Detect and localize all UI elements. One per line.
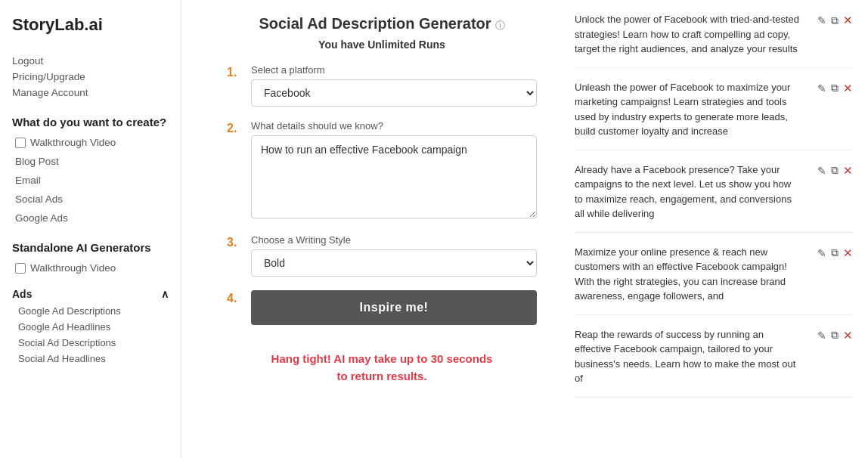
sidebar-item-blog-post[interactable]: Blog Post [12, 153, 169, 169]
step-number-2: 2. [227, 122, 242, 135]
result-text-4: Maximize your online presence & reach ne… [575, 245, 800, 304]
result-card-5: Reap the rewards of success by running a… [575, 327, 853, 398]
result-text-2: Unleash the power of Facebook to maximiz… [575, 80, 800, 139]
info-icon: ⓘ [495, 19, 505, 32]
sidebar-section-standalone: Standalone AI Generators [12, 241, 169, 254]
sidebar-ads-section: Ads ∧ Google Ad Descriptions Google Ad H… [12, 288, 169, 367]
copy-icon-4[interactable]: ⧉ [831, 246, 839, 259]
result-actions-3: ✎ ⧉ ✕ [808, 164, 853, 178]
result-card-2: Unleash the power of Facebook to maximiz… [575, 80, 853, 150]
close-icon-1[interactable]: ✕ [843, 14, 853, 27]
sidebar-social-ad-descriptions[interactable]: Social Ad Descriptions [12, 335, 169, 351]
close-icon-2[interactable]: ✕ [843, 82, 853, 95]
app-logo: StoryLab.ai [12, 15, 169, 35]
step-number-1: 1. [227, 66, 242, 79]
details-textarea[interactable]: How to run an effective Facebook campaig… [251, 135, 537, 218]
step-2-label: What details should we know? [251, 120, 537, 132]
form-panel: Social Ad Description Generator ⓘ You ha… [181, 0, 560, 458]
result-actions-4: ✎ ⧉ ✕ [808, 246, 853, 260]
sidebar-item-google-ads[interactable]: Google Ads [12, 210, 169, 226]
copy-icon-3[interactable]: ⧉ [831, 164, 839, 177]
edit-icon-3[interactable]: ✎ [817, 165, 826, 177]
sidebar-section-create: What do you want to create? [12, 116, 169, 128]
result-text-3: Already have a Facebook presence? Take y… [575, 162, 800, 221]
edit-icon-4[interactable]: ✎ [817, 247, 826, 259]
content-area: Social Ad Description Generator ⓘ You ha… [181, 0, 868, 458]
sidebar-nav: Logout Pricing/Upgrade Manage Account [12, 53, 169, 101]
sidebar-item-walkthrough-video-2[interactable]: Walkthrough Video [12, 260, 169, 276]
result-card-1: Unlock the power of Facebook with tried-… [575, 12, 853, 68]
step-number-4: 4. [227, 292, 242, 305]
edit-icon-2[interactable]: ✎ [817, 82, 826, 94]
edit-icon-5[interactable]: ✎ [817, 330, 826, 342]
form-step-2: 2. What details should we know? How to r… [227, 120, 537, 221]
sidebar-google-ad-headlines[interactable]: Google Ad Headlines [12, 319, 169, 335]
result-actions-5: ✎ ⧉ ✕ [808, 329, 853, 342]
step-2-content: What details should we know? How to run … [251, 120, 537, 221]
step-3-content: Choose a Writing Style Bold Casual Profe… [251, 234, 537, 277]
copy-icon-1[interactable]: ⧉ [831, 14, 839, 27]
step-number-3: 3. [227, 236, 242, 249]
results-panel: Unlock the power of Facebook with tried-… [560, 0, 868, 458]
sidebar-item-email[interactable]: Email [12, 172, 169, 188]
unlimited-runs-badge: You have Unlimited Runs [227, 39, 537, 51]
step-1-content: Select a platform Facebook Instagram Twi… [251, 64, 537, 107]
page-title: Social Ad Description Generator [259, 15, 491, 32]
sidebar-ads-header[interactable]: Ads ∧ [12, 288, 169, 300]
sidebar-item-social-ads[interactable]: Social Ads [12, 191, 169, 207]
copy-icon-2[interactable]: ⧉ [831, 82, 839, 94]
close-icon-4[interactable]: ✕ [843, 246, 853, 260]
sidebar-logout[interactable]: Logout [12, 53, 169, 69]
sidebar-google-ad-descriptions[interactable]: Google Ad Descriptions [12, 303, 169, 319]
step-1-label: Select a platform [251, 64, 537, 76]
checkbox-icon [15, 138, 26, 148]
step-3-label: Choose a Writing Style [251, 234, 537, 246]
platform-select[interactable]: Facebook Instagram Twitter LinkedIn Pint… [251, 79, 537, 107]
sidebar-pricing[interactable]: Pricing/Upgrade [12, 69, 169, 85]
checkbox-icon-2 [15, 263, 26, 274]
copy-icon-5[interactable]: ⧉ [831, 329, 839, 342]
form-step-3: 3. Choose a Writing Style Bold Casual Pr… [227, 234, 537, 277]
sidebar-social-ad-headlines[interactable]: Social Ad Headlines [12, 351, 169, 367]
sidebar-manage-account[interactable]: Manage Account [12, 85, 169, 101]
result-card-3: Already have a Facebook presence? Take y… [575, 162, 853, 233]
writing-style-select[interactable]: Bold Casual Professional Witty Empatheti… [251, 249, 537, 277]
result-text-5: Reap the rewards of success by running a… [575, 327, 800, 386]
main-content: Social Ad Description Generator ⓘ You ha… [181, 0, 868, 458]
result-actions-1: ✎ ⧉ ✕ [808, 14, 853, 27]
result-actions-2: ✎ ⧉ ✕ [808, 82, 853, 95]
hang-tight-message: Hang tight! AI may take up to 30 seconds… [227, 351, 537, 385]
step-4-content: Inspire me! [251, 290, 537, 325]
sidebar-item-walkthrough-video-1[interactable]: Walkthrough Video [12, 135, 169, 150]
result-card-4: Maximize your online presence & reach ne… [575, 245, 853, 315]
close-icon-5[interactable]: ✕ [843, 329, 853, 342]
chevron-up-icon: ∧ [161, 288, 169, 300]
sidebar: StoryLab.ai Logout Pricing/Upgrade Manag… [0, 0, 181, 458]
edit-icon-1[interactable]: ✎ [817, 14, 826, 26]
form-step-1: 1. Select a platform Facebook Instagram … [227, 64, 537, 107]
inspire-button[interactable]: Inspire me! [251, 290, 537, 325]
result-text-1: Unlock the power of Facebook with tried-… [575, 12, 800, 57]
close-icon-3[interactable]: ✕ [843, 164, 853, 178]
form-step-4: 4. Inspire me! [227, 290, 537, 325]
